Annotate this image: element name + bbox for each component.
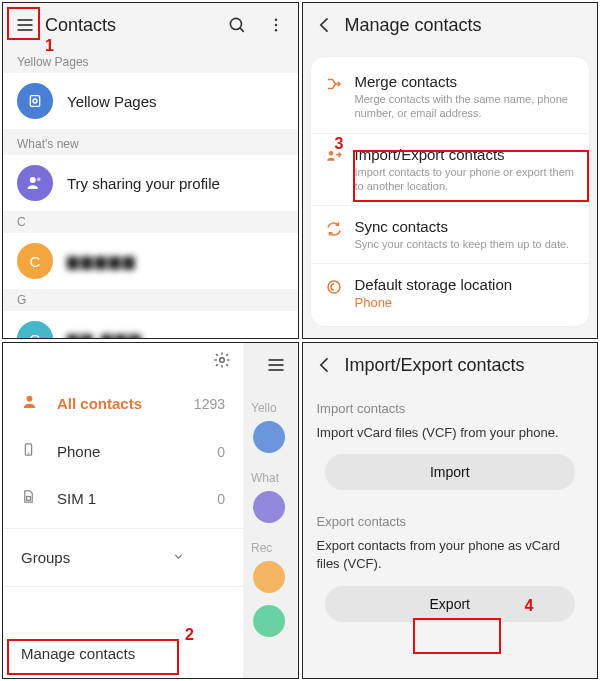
- letter-divider-c: C: [3, 211, 298, 233]
- back-icon[interactable]: [313, 13, 337, 37]
- contact-row[interactable]: G ▆▆ ▆▆▆: [3, 311, 298, 339]
- drawer-item-groups[interactable]: Groups: [3, 535, 243, 580]
- row-title: Sync contacts: [355, 218, 570, 235]
- panel-drawer: All contacts 1293 Phone 0 SIM 1 0: [2, 342, 299, 679]
- back-icon[interactable]: [313, 353, 337, 377]
- hamburger-icon: [266, 355, 286, 380]
- section-export: Export contacts: [317, 514, 584, 529]
- svg-point-15: [27, 396, 33, 402]
- drawer-item-phone[interactable]: Phone 0: [3, 428, 243, 475]
- row-default-storage[interactable]: Default storage location Phone: [311, 263, 590, 322]
- list-item-yellow-pages[interactable]: Yellow Pages: [3, 73, 298, 129]
- drawer-label: All contacts: [57, 395, 194, 412]
- section-import: Import contacts: [317, 401, 584, 416]
- row-merge-contacts[interactable]: Merge contacts Merge contacts with the s…: [311, 61, 590, 133]
- chevron-down-icon: [172, 550, 185, 566]
- row-title: Merge contacts: [355, 73, 576, 90]
- drawer-count: 0: [217, 491, 225, 507]
- panel-contacts-list: Contacts Yellow Pages Yellow Pages What'…: [2, 2, 299, 339]
- sim-icon: [21, 489, 43, 508]
- manage-label: Manage contacts: [21, 645, 135, 662]
- highlight-box: [413, 618, 501, 654]
- page-title: Manage contacts: [345, 15, 482, 36]
- section-yellow-pages: Yellow Pages: [3, 47, 298, 73]
- person-icon: [21, 393, 43, 414]
- section-whats-new: What's new: [3, 129, 298, 155]
- svg-point-10: [30, 177, 36, 183]
- svg-point-9: [33, 99, 37, 103]
- bg-avatar: [253, 561, 285, 593]
- svg-point-5: [274, 19, 276, 21]
- drawer-item-sim[interactable]: SIM 1 0: [3, 475, 243, 522]
- bg-label: Rec: [251, 541, 272, 555]
- import-export-icon: [325, 148, 355, 170]
- search-icon[interactable]: [226, 13, 250, 37]
- contact-avatar: C: [17, 243, 53, 279]
- row-title: Default storage location: [355, 276, 513, 293]
- row-sync-contacts[interactable]: Sync contacts Sync your contacts to keep…: [311, 205, 590, 263]
- profile-icon: [17, 165, 53, 201]
- svg-point-13: [328, 281, 340, 293]
- contact-row[interactable]: C ▆▆▆▆▆: [3, 233, 298, 289]
- yellow-pages-icon: [17, 83, 53, 119]
- row-subtitle: Merge contacts with the same name, phone…: [355, 92, 576, 121]
- svg-rect-8: [30, 96, 39, 107]
- drawer-label: Phone: [57, 443, 217, 460]
- drawer-count: 1293: [194, 396, 225, 412]
- bg-label: Yello: [251, 401, 277, 415]
- list-item-share-profile[interactable]: Try sharing your profile: [3, 155, 298, 211]
- bg-avatar: [253, 421, 285, 453]
- drawer-label: SIM 1: [57, 490, 217, 507]
- import-description: Import vCard files (VCF) from your phone…: [317, 424, 584, 442]
- panel-import-export: Import/Export contacts Import contacts I…: [302, 342, 599, 679]
- contact-name-redacted: ▆▆ ▆▆▆: [67, 330, 143, 339]
- row-subtitle: Sync your contacts to keep them up to da…: [355, 237, 570, 251]
- import-button[interactable]: Import: [325, 454, 576, 490]
- hamburger-icon[interactable]: [13, 13, 37, 37]
- header: Contacts: [3, 3, 298, 47]
- nav-drawer: All contacts 1293 Phone 0 SIM 1 0: [3, 343, 243, 678]
- header: Manage contacts: [303, 3, 598, 47]
- drawer-item-manage-contacts[interactable]: Manage contacts: [3, 629, 243, 678]
- storage-icon: [325, 278, 355, 300]
- svg-point-7: [274, 29, 276, 31]
- svg-point-12: [328, 151, 333, 156]
- bg-avatar: [253, 605, 285, 637]
- groups-label: Groups: [21, 549, 70, 566]
- export-description: Export contacts from your phone as vCard…: [317, 537, 584, 573]
- merge-icon: [325, 75, 355, 97]
- more-icon[interactable]: [264, 13, 288, 37]
- list-item-label: Yellow Pages: [67, 93, 157, 110]
- row-value: Phone: [355, 295, 513, 310]
- settings-icon[interactable]: [213, 351, 231, 374]
- panel-manage-contacts: Manage contacts Merge contacts Merge con…: [302, 2, 599, 339]
- phone-icon: [21, 442, 43, 461]
- row-import-export[interactable]: Import/Export contacts Import contacts t…: [311, 133, 590, 206]
- sync-icon: [325, 220, 355, 242]
- drawer-count: 0: [217, 444, 225, 460]
- svg-point-14: [220, 358, 225, 363]
- svg-point-3: [230, 18, 241, 29]
- svg-point-11: [37, 178, 40, 181]
- drawer-item-all-contacts[interactable]: All contacts 1293: [3, 379, 243, 428]
- list-item-label: Try sharing your profile: [67, 175, 220, 192]
- drawer-backdrop[interactable]: Yello What Rec: [243, 343, 298, 678]
- header: Import/Export contacts: [303, 343, 598, 387]
- contact-avatar: G: [17, 321, 53, 339]
- row-subtitle: Import contacts to your phone or export …: [355, 165, 576, 194]
- page-title: Import/Export contacts: [345, 355, 525, 376]
- letter-divider-g: G: [3, 289, 298, 311]
- export-button[interactable]: Export: [325, 586, 576, 622]
- bg-avatar: [253, 491, 285, 523]
- svg-line-4: [240, 27, 244, 31]
- svg-rect-18: [27, 497, 31, 501]
- bg-label: What: [251, 471, 279, 485]
- contact-name-redacted: ▆▆▆▆▆: [67, 252, 137, 270]
- row-title: Import/Export contacts: [355, 146, 576, 163]
- settings-card: Merge contacts Merge contacts with the s…: [311, 57, 590, 326]
- svg-point-6: [274, 24, 276, 26]
- page-title: Contacts: [45, 15, 116, 36]
